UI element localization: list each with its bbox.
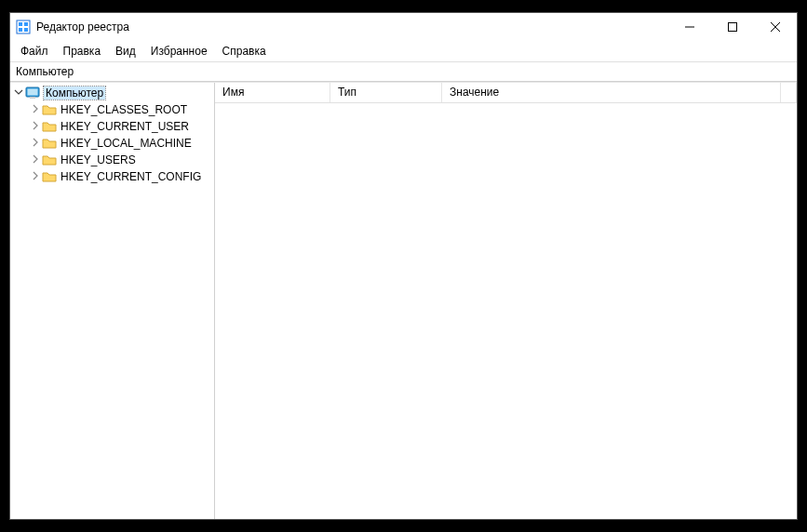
tree-node-hkcu[interactable]: HKEY_CURRENT_USER [27, 118, 214, 135]
tree-node-label: HKEY_USERS [61, 153, 136, 166]
menubar: Файл Правка Вид Избранное Справка [10, 41, 797, 62]
tree-node-hku[interactable]: HKEY_USERS [27, 152, 214, 168]
tree-node-hkcr[interactable]: HKEY_CLASSES_ROOT [27, 101, 214, 118]
tree-node-label: HKEY_CURRENT_USER [61, 120, 189, 133]
folder-icon [42, 102, 57, 117]
expand-icon[interactable] [29, 121, 42, 132]
column-spacer [781, 83, 797, 102]
close-button[interactable] [754, 13, 797, 41]
address-bar[interactable]: Компьютер [10, 62, 797, 82]
window-title: Редактор реестра [36, 20, 129, 33]
tree-root-children: HKEY_CLASSES_ROOT HKEY_CURRENT_USER [10, 101, 214, 185]
svg-rect-1 [19, 22, 22, 26]
folder-icon [42, 136, 57, 151]
list-body[interactable] [215, 103, 797, 519]
svg-rect-2 [24, 22, 28, 26]
tree-node-hklm[interactable]: HKEY_LOCAL_MACHINE [27, 135, 214, 152]
folder-icon [42, 153, 57, 167]
menu-edit[interactable]: Правка [57, 43, 108, 60]
registry-editor-window: Редактор реестра Файл Правка Вид Избранн… [9, 12, 798, 520]
menu-help[interactable]: Справка [216, 43, 273, 60]
menu-file[interactable]: Файл [14, 43, 55, 60]
list-pane: Имя Тип Значение [215, 83, 797, 519]
menu-favorites[interactable]: Избранное [144, 43, 214, 60]
tree-root-label: Компьютер [46, 86, 103, 100]
column-header-name[interactable]: Имя [215, 83, 330, 102]
minimize-button[interactable] [668, 13, 711, 41]
expand-icon[interactable] [29, 171, 42, 182]
expand-icon[interactable] [29, 138, 42, 149]
expand-icon[interactable] [29, 104, 42, 115]
svg-rect-4 [24, 28, 28, 32]
list-header: Имя Тип Значение [215, 83, 797, 103]
column-header-type[interactable]: Тип [330, 83, 442, 102]
address-text: Компьютер [16, 65, 74, 78]
menu-view[interactable]: Вид [109, 43, 142, 60]
app-icon [16, 20, 31, 34]
svg-rect-10 [28, 89, 38, 96]
titlebar[interactable]: Редактор реестра [10, 13, 797, 41]
computer-icon [25, 86, 40, 100]
folder-icon [42, 169, 57, 184]
folder-icon [42, 119, 57, 134]
tree-node-label: HKEY_LOCAL_MACHINE [61, 137, 192, 150]
expand-icon[interactable] [29, 154, 42, 166]
content-area: Компьютер HKEY_CLASSES_ROOT [10, 82, 797, 519]
tree-root-computer[interactable]: Компьютер [10, 85, 214, 101]
expand-icon[interactable] [12, 87, 25, 99]
tree-node-label: HKEY_CLASSES_ROOT [61, 103, 187, 116]
tree-pane[interactable]: Компьютер HKEY_CLASSES_ROOT [10, 83, 215, 519]
tree-node-label: HKEY_CURRENT_CONFIG [61, 170, 201, 183]
svg-rect-6 [729, 23, 737, 32]
tree-node-hkcc[interactable]: HKEY_CURRENT_CONFIG [27, 168, 214, 185]
svg-rect-3 [19, 28, 22, 32]
column-header-value[interactable]: Значение [442, 83, 781, 102]
window-controls [668, 13, 797, 41]
maximize-button[interactable] [711, 13, 754, 41]
svg-rect-11 [30, 97, 35, 99]
